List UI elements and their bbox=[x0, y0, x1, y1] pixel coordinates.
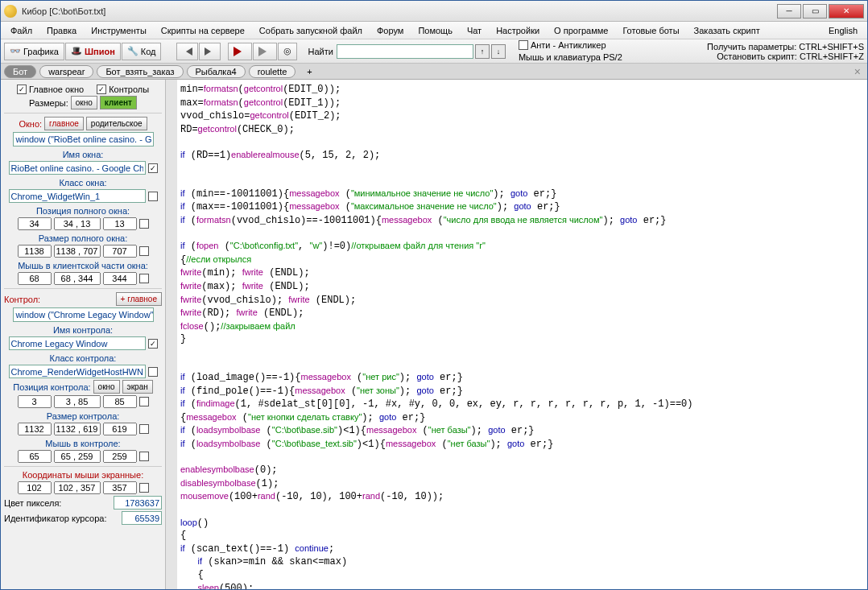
menu-scripts[interactable]: Скрипты на сервере bbox=[155, 24, 251, 37]
mctl-y[interactable] bbox=[103, 450, 137, 463]
cs-wh[interactable] bbox=[54, 423, 101, 435]
window-combo[interactable]: window ("RioBet online casino. - G▼ bbox=[13, 132, 154, 146]
titlebar[interactable]: Кибор [C:\bot\Бот.txt] ─ ▭ ✕ bbox=[1, 1, 867, 22]
window-parent-btn[interactable]: родительское bbox=[86, 117, 147, 130]
tab-order[interactable]: Бот_взять_заказ bbox=[97, 65, 183, 78]
control-plus-main[interactable]: + главное bbox=[116, 292, 162, 306]
fp-y[interactable] bbox=[103, 217, 137, 230]
find-label: Найти bbox=[308, 47, 333, 56]
code-content[interactable]: min=formatsn(getcontrol(EDIT_0)); max=fo… bbox=[166, 80, 867, 589]
menubar: Файл Правка Инструменты Скрипты на серве… bbox=[1, 22, 867, 39]
window-name-input[interactable] bbox=[9, 161, 146, 175]
menu-about[interactable]: О программе bbox=[548, 24, 614, 37]
run-button[interactable] bbox=[228, 43, 252, 60]
toolbar: 👓Графика 🎩Шпион 🔧Код ◎ Найти ↑ ↓ Анти - … bbox=[1, 39, 867, 64]
app-icon bbox=[4, 5, 17, 18]
mctl-xy[interactable] bbox=[54, 450, 101, 463]
ctrlpos-screen[interactable]: экран bbox=[122, 380, 153, 394]
menu-tools[interactable]: Инструменты bbox=[85, 24, 153, 37]
size-window-btn[interactable]: окно bbox=[71, 96, 97, 109]
redo-button[interactable] bbox=[199, 43, 221, 60]
cp-x[interactable] bbox=[18, 395, 52, 408]
minimize-button[interactable]: ─ bbox=[777, 4, 801, 19]
menu-chat[interactable]: Чат bbox=[461, 24, 488, 37]
tab-add[interactable]: + bbox=[299, 66, 320, 77]
maximize-button[interactable]: ▭ bbox=[803, 4, 827, 19]
sidebar: Главное окно Контролы Размеры: окно клие… bbox=[1, 80, 166, 589]
mode-graphic[interactable]: 👓Графика bbox=[4, 43, 64, 60]
fp-x[interactable] bbox=[18, 217, 52, 230]
mode-code[interactable]: 🔧Код bbox=[122, 43, 162, 60]
size-client-btn[interactable]: клиент bbox=[100, 96, 137, 109]
cursor-id[interactable] bbox=[122, 511, 162, 525]
cs-h[interactable] bbox=[103, 423, 137, 435]
tab-close[interactable]: × bbox=[851, 65, 864, 78]
find-prev[interactable]: ↑ bbox=[475, 44, 490, 59]
gutter bbox=[166, 80, 177, 589]
tab-bot[interactable]: Бот bbox=[4, 65, 36, 78]
find-next[interactable]: ↓ bbox=[491, 44, 506, 59]
sm-y[interactable] bbox=[103, 481, 137, 494]
mctl-x[interactable] bbox=[18, 450, 52, 463]
sm-x[interactable] bbox=[18, 481, 52, 494]
tab-roulette[interactable]: roulette bbox=[249, 65, 296, 78]
main-window-check[interactable] bbox=[17, 85, 27, 94]
mc-y[interactable] bbox=[103, 272, 137, 285]
window-title: Кибор [C:\bot\Бот.txt] bbox=[22, 6, 777, 16]
pixel-color[interactable] bbox=[114, 496, 162, 510]
menu-edit[interactable]: Правка bbox=[40, 24, 83, 37]
cp-y[interactable] bbox=[103, 395, 137, 408]
menu-build[interactable]: Собрать запускной файл bbox=[253, 24, 369, 37]
menu-help[interactable]: Помощь bbox=[411, 24, 459, 37]
close-button[interactable]: ✕ bbox=[829, 4, 864, 19]
menu-order[interactable]: Заказать скрипт bbox=[688, 24, 767, 37]
winname-cb[interactable] bbox=[148, 163, 158, 173]
tabstrip: Бот warspear Бот_взять_заказ Рыбалка4 ro… bbox=[1, 64, 867, 80]
tab-fishing[interactable]: Рыбалка4 bbox=[187, 65, 246, 78]
menu-english[interactable]: English bbox=[822, 24, 864, 37]
mouse-ps2-label: Мышь и клавиатура PS/2 bbox=[519, 52, 622, 62]
control-class-input[interactable] bbox=[9, 365, 146, 378]
cs-w[interactable] bbox=[18, 423, 52, 435]
sm-xy[interactable] bbox=[54, 481, 101, 494]
app-window: Кибор [C:\bot\Бот.txt] ─ ▭ ✕ Файл Правка… bbox=[0, 0, 868, 590]
target-button[interactable]: ◎ bbox=[278, 43, 297, 60]
menu-forum[interactable]: Форум bbox=[370, 24, 410, 37]
cp-xy[interactable] bbox=[54, 395, 101, 408]
winclass-cb[interactable] bbox=[148, 192, 158, 201]
fp-xy[interactable] bbox=[54, 217, 101, 230]
hint-stop: Остановить скрипт: CTRL+SHIFT+Z bbox=[707, 52, 864, 61]
code-editor[interactable]: min=formatsn(getcontrol(EDIT_0)); max=fo… bbox=[166, 80, 867, 589]
fs-h[interactable] bbox=[103, 245, 137, 258]
menu-settings[interactable]: Настройки bbox=[490, 24, 546, 37]
mc-xy[interactable] bbox=[54, 272, 101, 285]
ctrlpos-window[interactable]: окно bbox=[93, 380, 120, 394]
anticlicker-check[interactable]: Анти - Антикликер bbox=[519, 40, 606, 50]
find-input[interactable] bbox=[337, 44, 473, 59]
window-class-input[interactable] bbox=[9, 189, 146, 203]
control-combo[interactable]: window ("Chrome Legacy Window"▼ bbox=[13, 307, 154, 322]
hint-getparams: Получить параметры: CTRL+SHIFT+S bbox=[707, 42, 864, 52]
mode-spy[interactable]: 🎩Шпион bbox=[65, 43, 121, 60]
control-name-input[interactable] bbox=[9, 336, 146, 350]
undo-button[interactable] bbox=[176, 43, 198, 60]
mc-x[interactable] bbox=[18, 272, 52, 285]
menu-bots[interactable]: Готовые боты bbox=[616, 24, 685, 37]
menu-file[interactable]: Файл bbox=[4, 24, 39, 37]
fs-wh[interactable] bbox=[54, 245, 101, 258]
fs-w[interactable] bbox=[18, 245, 52, 258]
window-main-btn[interactable]: главное bbox=[44, 117, 84, 130]
controls-check[interactable] bbox=[97, 85, 106, 94]
tab-warspear[interactable]: warspear bbox=[39, 65, 93, 78]
step-button[interactable] bbox=[253, 43, 277, 60]
